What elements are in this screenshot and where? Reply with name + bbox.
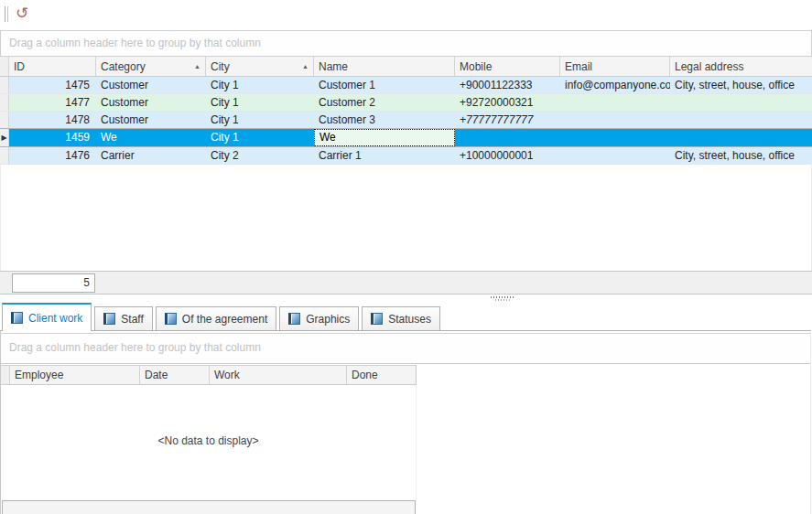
book-icon [288,313,300,325]
cell-name[interactable]: Carrier 1 [314,147,455,164]
cell-email[interactable] [560,129,670,146]
grid-footer: 5 [0,271,812,294]
column-header-email[interactable]: Email [560,57,670,76]
table-row-selected[interactable]: ▶ 1459 We City 1 We [0,128,812,147]
cell-id[interactable]: 1478 [9,112,96,128]
tab-label: Of the agreement [182,313,267,326]
tab-client-work[interactable]: Client work [2,303,92,331]
cell-id[interactable]: 1476 [9,147,96,164]
row-indicator [0,77,9,93]
book-icon [11,312,23,324]
column-header-employee[interactable]: Employee [10,366,140,384]
column-header-date[interactable]: Date [140,366,210,384]
cell-legal-address[interactable] [670,129,812,146]
tab-statuses[interactable]: Statuses [362,306,440,331]
book-icon [103,313,115,325]
column-header-row: ID Category ▲ City ▲ Name Mobile Email L… [0,56,812,77]
column-header-id[interactable]: ID [9,57,96,76]
group-by-panel[interactable]: Drag a column header here to group by th… [0,30,812,57]
splitter-grip-icon [495,299,510,301]
cell-category[interactable]: Customer [96,94,206,111]
cell-city[interactable]: City 1 [206,94,314,111]
column-header-row: Employee Date Work Done [1,365,417,385]
column-header-label: Date [145,369,168,381]
column-header-label: City [211,60,230,73]
cell-category[interactable]: We [96,129,206,146]
cell-email[interactable] [560,94,670,111]
cell-city[interactable]: City 1 [206,77,314,93]
group-by-panel[interactable]: Drag a column header here to group by th… [1,333,811,364]
column-header-label: Mobile [460,60,492,73]
column-header-label: Email [565,60,592,73]
cell-id[interactable]: 1475 [9,77,96,93]
cell-mobile[interactable] [455,129,560,146]
column-header-label: Category [101,60,146,73]
horizontal-splitter[interactable] [0,294,812,303]
table-row[interactable]: 1476 Carrier City 2 Carrier 1 +100000000… [0,147,812,165]
cell-legal-address[interactable]: City, street, house, office [670,147,812,164]
cell-city[interactable]: City 2 [206,147,314,164]
column-header-legal-address[interactable]: Legal address [670,57,812,76]
cell-city[interactable]: City 1 [206,129,314,146]
grid-rows: 1475 Customer City 1 Customer 1 +9000112… [0,77,812,165]
table-row[interactable]: 1477 Customer City 1 Customer 2 +9272000… [0,94,812,112]
column-header-name[interactable]: Name [314,57,455,76]
no-data-message: <No data to display> [1,434,416,447]
cell-id[interactable]: 1459 [9,129,96,146]
sort-asc-icon: ▲ [190,63,200,70]
cell-legal-address[interactable] [670,112,812,128]
cell-mobile[interactable]: +77777777777 [455,112,560,128]
cell-legal-address[interactable]: City, street, house, office [670,77,812,93]
tab-label: Client work [28,312,82,325]
table-row[interactable]: 1478 Customer City 1 Customer 3 +7777777… [0,112,812,129]
column-header-label: Done [352,369,378,381]
cell-email[interactable] [560,112,670,128]
cell-email[interactable]: info@companyone.com [560,77,670,93]
column-header-label: Employee [15,369,63,381]
cell-category[interactable]: Customer [96,112,206,128]
app-window: ↺ Drag a column header here to group by … [0,0,812,514]
column-header-label: Name [319,60,348,73]
column-header-work[interactable]: Work [210,366,347,384]
cell-city[interactable]: City 1 [206,112,314,128]
column-header-done[interactable]: Done [347,366,416,384]
tab-strip: Client work Staff Of the agreement Graph… [2,303,443,331]
cell-category[interactable]: Carrier [96,147,206,164]
cell-email[interactable] [560,147,670,164]
cell-mobile[interactable]: +10000000001 [455,147,560,164]
column-header-label: Legal address [675,60,743,73]
grid-right-edge [416,385,417,500]
cell-name-focused[interactable]: We [314,129,455,146]
focused-row-arrow-icon: ▶ [1,134,6,143]
table-row[interactable]: 1475 Customer City 1 Customer 1 +9000112… [0,77,812,94]
column-header-category[interactable]: Category ▲ [96,57,206,76]
splitter-grip-icon [491,296,514,298]
tab-label: Staff [121,313,143,326]
tab-graphics[interactable]: Graphics [279,306,359,331]
column-header-city[interactable]: City ▲ [206,57,314,76]
column-header-mobile[interactable]: Mobile [455,57,560,76]
cell-name[interactable]: Customer 3 [314,112,455,128]
cell-legal-address[interactable] [670,94,812,111]
cell-mobile[interactable]: +90001122333 [455,77,560,93]
row-indicator [0,112,9,128]
cell-id[interactable]: 1477 [9,94,96,111]
cell-category[interactable]: Customer [96,77,206,93]
header-indicator-cell [0,57,9,76]
toolbar-drag-handle[interactable] [5,6,5,22]
cell-mobile[interactable]: +92720000321 [455,94,560,111]
tab-staff[interactable]: Staff [94,306,152,331]
book-icon [371,313,383,325]
cell-name[interactable]: Customer 2 [314,94,455,111]
cell-name[interactable]: Customer 1 [314,77,455,93]
tab-of-the-agreement[interactable]: Of the agreement [156,306,276,331]
refresh-button[interactable]: ↺ [12,3,32,23]
toolbar: ↺ [0,0,812,29]
record-count-box[interactable]: 5 [12,273,95,293]
book-icon [165,313,177,325]
sort-asc-icon: ▲ [298,63,309,70]
row-indicator [0,147,9,164]
column-header-label: ID [14,60,25,73]
tab-label: Statuses [388,313,431,326]
row-indicator: ▶ [0,129,9,146]
